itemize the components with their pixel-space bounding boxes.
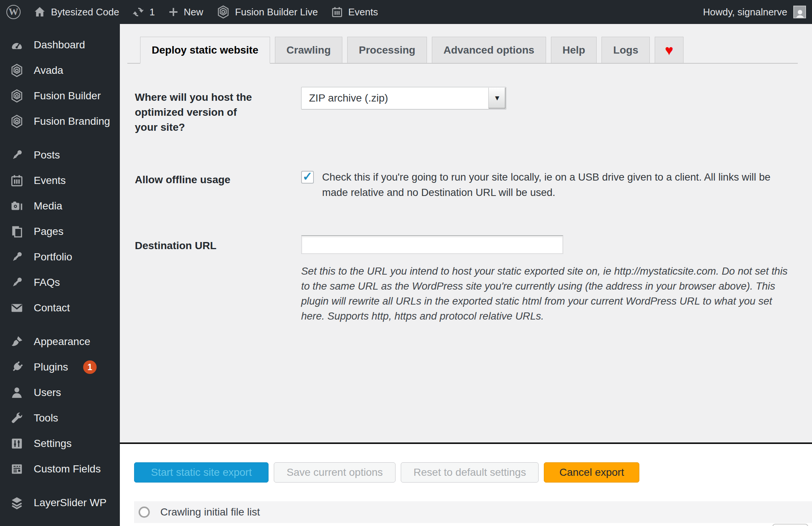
home-icon bbox=[33, 6, 46, 18]
destination-url-label: Destination URL bbox=[135, 235, 301, 324]
howdy-account-menu[interactable]: Howdy, signalnerve bbox=[703, 6, 787, 18]
fusion-builder-live-menu[interactable]: Fusion Builder Live bbox=[210, 0, 324, 24]
host-target-row: Where will you host the optimized versio… bbox=[135, 87, 798, 135]
admin-bar: W Bytesized Code 1 New Fusion Builder Li… bbox=[0, 0, 812, 24]
user-icon bbox=[10, 386, 24, 400]
reset-defaults-button[interactable]: Reset to default settings bbox=[401, 462, 539, 483]
sidebar-item-plugins[interactable]: Plugins 1 bbox=[0, 354, 120, 380]
sidebar-item-portfolio[interactable]: Portfolio bbox=[0, 244, 120, 270]
select-arrow-button[interactable]: ▼ bbox=[488, 88, 506, 109]
layers-icon bbox=[10, 496, 24, 510]
sidebar-item-faqs[interactable]: FAQs bbox=[0, 270, 120, 295]
destination-url-row: Destination URL Set this to the URL you … bbox=[135, 235, 798, 324]
pages-icon bbox=[10, 224, 24, 239]
sidebar-item-fusion-builder[interactable]: Fusion Builder bbox=[0, 83, 120, 109]
main-content: Deploy static website Crawling Processin… bbox=[120, 24, 812, 526]
fusion-builder-live-label: Fusion Builder Live bbox=[235, 6, 318, 18]
sidebar-item-tools[interactable]: Tools bbox=[0, 405, 120, 431]
avatar[interactable] bbox=[793, 6, 806, 18]
sidebar-item-settings[interactable]: Settings bbox=[0, 431, 120, 456]
save-options-button[interactable]: Save current options bbox=[274, 462, 396, 483]
envelope-icon bbox=[10, 301, 24, 315]
updates-count: 1 bbox=[149, 6, 155, 18]
tab-strip: Deploy static website Crawling Processin… bbox=[127, 37, 798, 64]
events-label: Events bbox=[348, 6, 378, 18]
fusion-hexagon-icon bbox=[10, 89, 24, 103]
new-label: New bbox=[184, 6, 203, 18]
sidebar-item-appearance[interactable]: Appearance bbox=[0, 329, 120, 354]
site-name-menu[interactable]: Bytesized Code bbox=[27, 0, 125, 24]
host-target-select-value: ZIP archive (.zip) bbox=[302, 92, 488, 104]
calendar-icon bbox=[331, 6, 343, 18]
plus-icon bbox=[168, 6, 179, 18]
sliders-icon bbox=[10, 436, 24, 451]
sidebar-item-avada[interactable]: Avada bbox=[0, 58, 120, 83]
destination-url-help: Set this to the URL you intend to host y… bbox=[301, 264, 794, 324]
sidebar-item-layerslider[interactable]: LayerSlider WP bbox=[0, 490, 120, 516]
action-buttons: Start static site export Save current op… bbox=[134, 462, 639, 483]
heart-icon: ♥ bbox=[665, 43, 673, 57]
tab-crawling[interactable]: Crawling bbox=[275, 37, 342, 63]
offline-usage-help: Check this if you're going to run your s… bbox=[322, 169, 773, 200]
sidebar-item-events[interactable]: Events bbox=[0, 168, 120, 193]
sidebar-item-posts[interactable]: Posts bbox=[0, 142, 120, 168]
wrench-icon bbox=[10, 411, 24, 425]
tab-heart[interactable]: ♥ bbox=[655, 37, 684, 63]
checkmark-icon: ✓ bbox=[303, 170, 313, 182]
wp-logo-menu[interactable]: W bbox=[0, 0, 27, 24]
progress-step-row: Crawling initial file list bbox=[134, 501, 812, 523]
plugins-update-badge: 1 bbox=[83, 360, 97, 374]
admin-sidebar: Dashboard Avada Fusion Builder Fusion Br… bbox=[0, 24, 120, 526]
plug-icon bbox=[10, 360, 24, 374]
sidebar-item-dashboard[interactable]: Dashboard bbox=[0, 32, 120, 58]
pushpin-icon bbox=[10, 250, 24, 264]
destination-url-input[interactable] bbox=[301, 235, 563, 254]
events-menu[interactable]: Events bbox=[324, 0, 385, 24]
wordpress-logo-icon: W bbox=[6, 5, 21, 19]
settings-form: Where will you host the optimized versio… bbox=[135, 87, 798, 324]
cutoff-button[interactable] bbox=[772, 524, 808, 526]
host-target-select[interactable]: ZIP archive (.zip) ▼ bbox=[301, 87, 506, 109]
offline-usage-row: Allow offline usage ✓ Check this if you'… bbox=[135, 169, 798, 200]
sidebar-item-pages[interactable]: Pages bbox=[0, 219, 120, 244]
host-question-label: Where will you host the optimized versio… bbox=[135, 87, 301, 135]
fusion-hexagon-icon bbox=[216, 5, 230, 19]
gauge-icon bbox=[10, 38, 24, 52]
progress-step-label: Crawling initial file list bbox=[160, 506, 260, 518]
tab-help[interactable]: Help bbox=[551, 37, 597, 63]
progress-step-radio bbox=[139, 507, 150, 518]
updates-refresh-icon bbox=[132, 6, 145, 18]
updates-menu[interactable]: 1 bbox=[125, 0, 161, 24]
tab-advanced-options[interactable]: Advanced options bbox=[432, 37, 546, 63]
start-export-button[interactable]: Start static site export bbox=[134, 462, 269, 483]
chevron-down-icon: ▼ bbox=[494, 94, 501, 102]
new-menu[interactable]: New bbox=[161, 0, 210, 24]
pushpin-icon bbox=[10, 275, 24, 290]
cancel-export-button[interactable]: Cancel export bbox=[544, 462, 639, 483]
sidebar-item-custom-fields[interactable]: Custom Fields bbox=[0, 456, 120, 482]
avada-hexagon-icon bbox=[10, 63, 24, 78]
offline-usage-label: Allow offline usage bbox=[135, 169, 301, 200]
fusion-hexagon-icon bbox=[10, 114, 24, 129]
tab-deploy-static-website[interactable]: Deploy static website bbox=[140, 37, 270, 64]
sidebar-item-users[interactable]: Users bbox=[0, 380, 120, 405]
offline-usage-checkbox[interactable]: ✓ bbox=[301, 171, 314, 184]
site-name: Bytesized Code bbox=[51, 6, 119, 18]
sidebar-item-media[interactable]: Media bbox=[0, 193, 120, 219]
tab-processing[interactable]: Processing bbox=[347, 37, 427, 63]
fields-icon bbox=[10, 462, 24, 476]
camera-icon bbox=[10, 199, 24, 213]
sidebar-item-fusion-branding[interactable]: Fusion Branding bbox=[0, 109, 120, 134]
action-panel: Start static site export Save current op… bbox=[120, 444, 812, 526]
sidebar-item-contact[interactable]: Contact bbox=[0, 295, 120, 321]
calendar-icon bbox=[10, 173, 24, 188]
brush-icon bbox=[10, 335, 24, 349]
pushpin-icon bbox=[10, 148, 24, 162]
tab-logs[interactable]: Logs bbox=[602, 37, 650, 63]
